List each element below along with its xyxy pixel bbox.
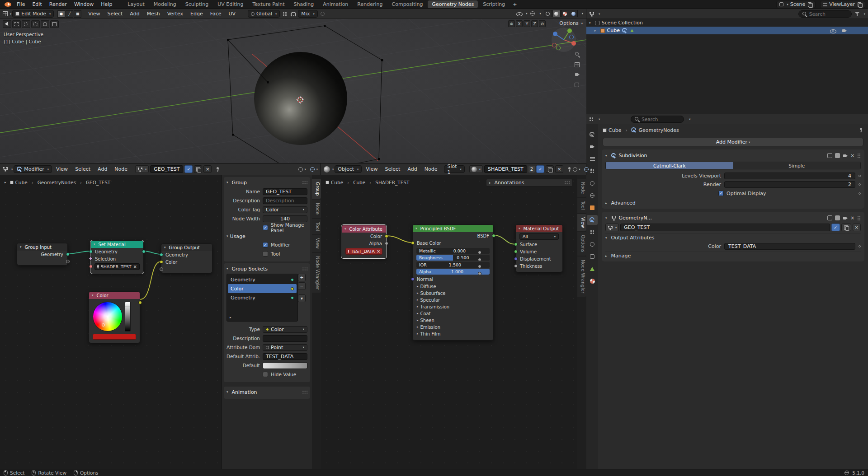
- tool-checkbox[interactable]: [263, 251, 268, 257]
- zoom-icon[interactable]: [575, 51, 581, 58]
- expand-icon[interactable]: ▸: [230, 316, 231, 319]
- roughness-slider[interactable]: Roughness 0.500: [416, 255, 490, 261]
- wireframe-shading-button[interactable]: [544, 10, 552, 17]
- close-icon[interactable]: ×: [377, 249, 380, 254]
- scene-selector[interactable]: ▾ Scene: [776, 1, 816, 8]
- collapse-icon[interactable]: ▾: [519, 227, 520, 230]
- keyframe-dot-icon[interactable]: [859, 183, 861, 186]
- node-width-field[interactable]: 140: [263, 215, 307, 222]
- snap-icon[interactable]: [298, 167, 303, 172]
- snap-toggle-icon[interactable]: ⊘: [539, 20, 546, 27]
- modifier-checkbox[interactable]: ✓: [263, 242, 268, 247]
- face-select-button[interactable]: ■: [74, 10, 81, 18]
- outliner-search-input[interactable]: [809, 11, 848, 17]
- color-output-socket[interactable]: [385, 234, 388, 238]
- tweak-tool-button[interactable]: [3, 20, 11, 28]
- group-sockets-header[interactable]: ▾ Group Sockets: [226, 265, 307, 273]
- material-input-socket[interactable]: [89, 265, 93, 268]
- fake-user-toggle[interactable]: ✓: [831, 224, 840, 231]
- add-socket-button[interactable]: +: [298, 274, 306, 281]
- viewport-options-dropdown[interactable]: Options ▾: [559, 20, 583, 26]
- workspace-tab-animation[interactable]: Animation: [319, 0, 352, 8]
- socket-item-geometry-in[interactable]: Geometry: [228, 293, 297, 302]
- section-subsurface[interactable]: ▸Subsurface: [413, 290, 493, 297]
- bsdf-output-socket[interactable]: [492, 234, 495, 238]
- collapse-icon[interactable]: ▾: [20, 245, 22, 249]
- geo-menu-node[interactable]: Node: [111, 166, 131, 173]
- breadcrumb-node-group[interactable]: GEO_TEST: [86, 180, 110, 185]
- close-icon[interactable]: ×: [133, 264, 137, 269]
- back-icon[interactable]: ▸: [5, 181, 6, 184]
- proportional-falloff-dropdown[interactable]: Mix ▾: [298, 10, 317, 18]
- section-emission[interactable]: ▸Emission: [413, 324, 493, 331]
- unlink-button[interactable]: ×: [853, 224, 861, 231]
- manage-subpanel-header[interactable]: ▸ Manage: [605, 252, 861, 260]
- pin-icon[interactable]: [566, 167, 572, 172]
- viewlayer-selector[interactable]: ViewLayer: [820, 1, 865, 8]
- viewport-menu-view[interactable]: View: [85, 10, 103, 17]
- current-color-swatch[interactable]: [93, 334, 136, 340]
- tab-world[interactable]: [587, 191, 598, 201]
- new-viewlayer-icon[interactable]: [857, 2, 862, 7]
- drag-handle-icon[interactable]: [564, 181, 570, 185]
- tab-group[interactable]: Group: [312, 179, 321, 199]
- workspace-tab-rendering[interactable]: Rendering: [353, 0, 387, 8]
- value-slider-handle[interactable]: [125, 306, 130, 307]
- node-header[interactable]: ▾ Principled BSDF: [413, 225, 493, 232]
- drag-handle-icon[interactable]: [302, 267, 307, 271]
- overlays-dropdown-icon[interactable]: [530, 11, 535, 16]
- workspace-tab-shading[interactable]: Shading: [290, 0, 318, 8]
- keyframe-dot-icon[interactable]: [859, 192, 861, 195]
- close-icon[interactable]: ×: [851, 153, 854, 158]
- render-toggle-icon[interactable]: [843, 153, 848, 159]
- render-toggle-icon[interactable]: [843, 215, 848, 221]
- simple-button[interactable]: Simple: [733, 162, 861, 169]
- outliner[interactable]: ▾ ▾ ▾ Scene Collection ▸ Cube: [586, 9, 868, 114]
- node-group-name-field[interactable]: GEO_TEST: [150, 165, 183, 173]
- geometry-input-socket[interactable]: [160, 253, 163, 257]
- snap-icon[interactable]: [573, 167, 577, 172]
- close-icon[interactable]: ×: [851, 215, 854, 220]
- axis-x-button[interactable]: X: [516, 20, 523, 27]
- alpha-slider[interactable]: Alpha 1.000: [416, 269, 490, 275]
- shader-context-dropdown[interactable]: Object ▾: [335, 165, 362, 173]
- edit-mode-toggle-icon[interactable]: [827, 153, 832, 158]
- move-tool-button[interactable]: [50, 20, 59, 28]
- default-color-swatch[interactable]: [263, 362, 307, 369]
- material-preview-button[interactable]: [561, 10, 569, 17]
- cursor-tool-button[interactable]: [41, 20, 49, 28]
- add-modifier-button[interactable]: Add Modifier▾: [603, 138, 863, 146]
- show-manage-checkbox[interactable]: ✓: [263, 225, 268, 230]
- roughness-input-socket[interactable]: [478, 258, 481, 261]
- tab-particles[interactable]: [587, 227, 598, 237]
- remove-socket-button[interactable]: −: [298, 282, 306, 290]
- tab-scene[interactable]: [587, 178, 598, 188]
- tab-data[interactable]: [587, 264, 598, 274]
- workspace-tab-geometry-nodes[interactable]: Geometry Nodes: [428, 0, 478, 8]
- material-users-badge[interactable]: 2: [528, 166, 535, 173]
- viewport-menu-face[interactable]: Face: [207, 10, 225, 17]
- optimal-display-checkbox[interactable]: ✓: [718, 191, 724, 196]
- viewport-3d[interactable]: ▾ Edit Mode ▾ ● ╱ ■ View Select Add Mesh…: [0, 9, 586, 163]
- viewport-menu-select[interactable]: Select: [104, 10, 126, 17]
- overlays-icon[interactable]: [584, 167, 589, 172]
- tab-output[interactable]: [587, 154, 598, 164]
- geometry-output-socket[interactable]: [142, 250, 146, 253]
- keyframe-dot-icon[interactable]: [859, 175, 861, 177]
- node-group-output[interactable]: ▾ Group Output Geometry Color: [161, 243, 212, 273]
- output-color-field[interactable]: TEST_DATA: [724, 243, 855, 250]
- overlays-icon[interactable]: [310, 167, 315, 172]
- description-field[interactable]: Description: [263, 197, 307, 204]
- collapse-icon[interactable]: ▾: [164, 246, 166, 249]
- tab-view[interactable]: View: [577, 214, 586, 231]
- edge-select-button[interactable]: ╱: [66, 10, 73, 18]
- normal-input-socket[interactable]: [411, 277, 415, 281]
- group-panel-header[interactable]: ▾ Group: [226, 178, 307, 187]
- selection-input-socket[interactable]: [88, 257, 93, 261]
- node-group-input[interactable]: ▾ Group Input Geometry: [17, 243, 68, 266]
- edit-mode-toggle-icon[interactable]: [827, 215, 832, 220]
- ior-input-socket[interactable]: [478, 265, 481, 267]
- section-specular[interactable]: ▸Specular: [413, 297, 493, 303]
- material-field[interactable]: SHADER_TEST ×: [94, 263, 140, 270]
- advanced-subpanel-header[interactable]: ▸ Advanced: [605, 199, 861, 207]
